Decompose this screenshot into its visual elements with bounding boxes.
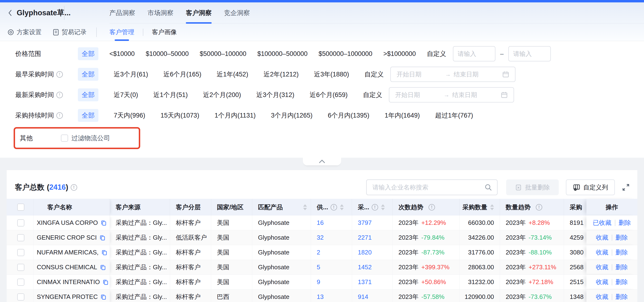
delete-link[interactable]: 删除 (619, 218, 631, 227)
delete-link[interactable]: 删除 (616, 248, 628, 256)
earliest-option[interactable]: 近2年(1212) (264, 70, 298, 78)
suppliers-count-link[interactable]: 9 (311, 275, 352, 289)
latest-option[interactable]: 近3个月(312) (256, 90, 294, 99)
earliest-option[interactable]: 近3年(1880) (314, 70, 349, 78)
filter-logistics-label[interactable]: 过滤物流公司 (72, 134, 110, 142)
price-min-input[interactable] (453, 46, 496, 62)
price-custom-label[interactable]: 自定义 (427, 50, 446, 58)
sort-icon[interactable] (381, 204, 385, 210)
copy-icon[interactable] (99, 234, 106, 241)
tab-market-insight[interactable]: 市场洞察 (148, 2, 174, 23)
earliest-option[interactable]: 近3个月(61) (114, 70, 148, 78)
earliest-option[interactable]: 近6个月(165) (164, 70, 201, 78)
suppliers-count-link[interactable]: 16 (311, 216, 352, 230)
sort-icon[interactable] (340, 204, 344, 210)
latest-date-range-picker[interactable]: 开始日期 结束日期 (389, 87, 514, 102)
earliest-date-range-picker[interactable]: 开始日期 结束日期 (390, 67, 516, 82)
search-icon[interactable] (484, 183, 492, 192)
duration-option[interactable]: 1个月内(1131) (214, 111, 256, 120)
delete-link[interactable]: 删除 (616, 263, 628, 272)
copy-icon[interactable] (100, 294, 107, 300)
subtab-customer-management[interactable]: 客户管理 (110, 24, 134, 41)
duration-option[interactable]: 7天内(996) (114, 111, 145, 120)
price-max-input[interactable] (508, 46, 551, 62)
suppliers-count-link[interactable]: 13 (311, 290, 352, 302)
row-checkbox[interactable] (17, 294, 24, 300)
trade-records-button[interactable]: 贸易记录 (52, 28, 86, 36)
latest-option[interactable]: 近6个月(659) (310, 90, 348, 99)
purchases-count-link[interactable]: 1371 (352, 275, 393, 289)
info-icon[interactable] (372, 204, 378, 210)
duration-option[interactable]: 6个月内(1395) (328, 111, 369, 120)
filter-logistics-checkbox[interactable] (61, 134, 68, 142)
tab-competitor-insight[interactable]: 竞企洞察 (224, 2, 250, 23)
row-checkbox[interactable] (17, 278, 24, 286)
sort-icon[interactable] (490, 204, 494, 210)
customer-name[interactable]: GENERIC CROP SCI (37, 234, 97, 241)
delete-link[interactable]: 删除 (616, 234, 628, 242)
purchases-count-link[interactable]: 1820 (352, 245, 393, 260)
customer-name[interactable]: CONSUS CHEMICAL (37, 264, 97, 271)
purchases-count-link[interactable]: 914 (352, 290, 393, 302)
company-search-input[interactable] (372, 184, 484, 191)
favorite-link[interactable]: 收藏 (596, 234, 608, 242)
row-checkbox[interactable] (17, 219, 24, 226)
price-option[interactable]: <$10000 (110, 50, 135, 58)
earliest-custom-label[interactable]: 自定义 (364, 70, 384, 78)
subtab-customer-profile[interactable]: 客户画像 (152, 24, 177, 41)
favorite-link[interactable]: 收藏 (596, 248, 608, 256)
info-icon[interactable] (330, 204, 337, 210)
row-checkbox[interactable] (17, 264, 24, 271)
back-icon[interactable] (7, 8, 14, 17)
price-option[interactable]: $500000–1000000 (319, 50, 372, 58)
info-icon[interactable] (428, 204, 435, 210)
select-all-checkbox[interactable] (17, 204, 24, 211)
favorite-link[interactable]: 收藏 (596, 278, 608, 286)
latest-custom-label[interactable]: 自定义 (363, 90, 382, 99)
tab-customer-insight[interactable]: 客户洞察 (186, 2, 212, 23)
latest-option[interactable]: 近1个月(51) (153, 90, 188, 99)
tab-product-insight[interactable]: 产品洞察 (110, 2, 135, 23)
earliest-option[interactable]: 全部 (78, 68, 98, 81)
customer-name[interactable]: XINGFA USA CORPO (37, 219, 98, 226)
duration-option[interactable]: 1年内(1649) (384, 111, 420, 120)
copy-icon[interactable] (101, 249, 108, 256)
copy-icon[interactable] (102, 279, 109, 286)
latest-option[interactable]: 全部 (78, 88, 98, 101)
favorite-link[interactable]: 收藏 (596, 263, 608, 272)
duration-option[interactable]: 3个月内(1265) (271, 111, 312, 120)
info-icon[interactable] (56, 92, 63, 98)
fullscreen-button[interactable] (622, 183, 630, 192)
batch-delete-button[interactable]: 批量删除 (506, 180, 559, 195)
copy-icon[interactable] (100, 220, 107, 226)
price-option[interactable]: $50000–100000 (200, 50, 246, 58)
price-option[interactable]: $100000–500000 (257, 50, 308, 58)
collapse-filters-button[interactable] (303, 158, 341, 165)
delete-link[interactable]: 删除 (616, 293, 628, 301)
suppliers-count-link[interactable]: 5 (311, 260, 352, 274)
favorite-link[interactable]: 已收藏 (593, 218, 612, 227)
customer-name[interactable]: CINMAX INTERNATIO (37, 278, 100, 286)
favorite-link[interactable]: 收藏 (596, 293, 608, 301)
info-icon[interactable] (71, 184, 77, 191)
purchases-count-link[interactable]: 1452 (352, 260, 393, 274)
scheme-settings-button[interactable]: 方案设置 (7, 28, 42, 36)
duration-option[interactable]: 15天内(1073) (160, 111, 199, 120)
latest-option[interactable]: 近2个月(200) (203, 90, 241, 99)
purchases-count-link[interactable]: 2271 (352, 230, 393, 245)
duration-option[interactable]: 超过1年(767) (435, 111, 473, 120)
price-option[interactable]: >$1000000 (384, 50, 416, 58)
price-option[interactable]: $10000–50000 (146, 50, 189, 58)
info-icon[interactable] (56, 112, 63, 119)
info-icon[interactable] (536, 204, 542, 210)
info-icon[interactable] (56, 71, 63, 78)
row-checkbox[interactable] (17, 249, 24, 256)
purchases-count-link[interactable]: 3797 (352, 216, 393, 230)
suppliers-count-link[interactable]: 2 (311, 245, 352, 260)
delete-link[interactable]: 删除 (616, 278, 628, 286)
customer-name[interactable]: NUFARM AMERICAS, (37, 249, 99, 256)
price-option[interactable]: 全部 (78, 47, 98, 60)
earliest-option[interactable]: 近1年(452) (217, 70, 248, 78)
copy-icon[interactable] (100, 264, 106, 271)
sort-icon[interactable] (303, 204, 307, 210)
